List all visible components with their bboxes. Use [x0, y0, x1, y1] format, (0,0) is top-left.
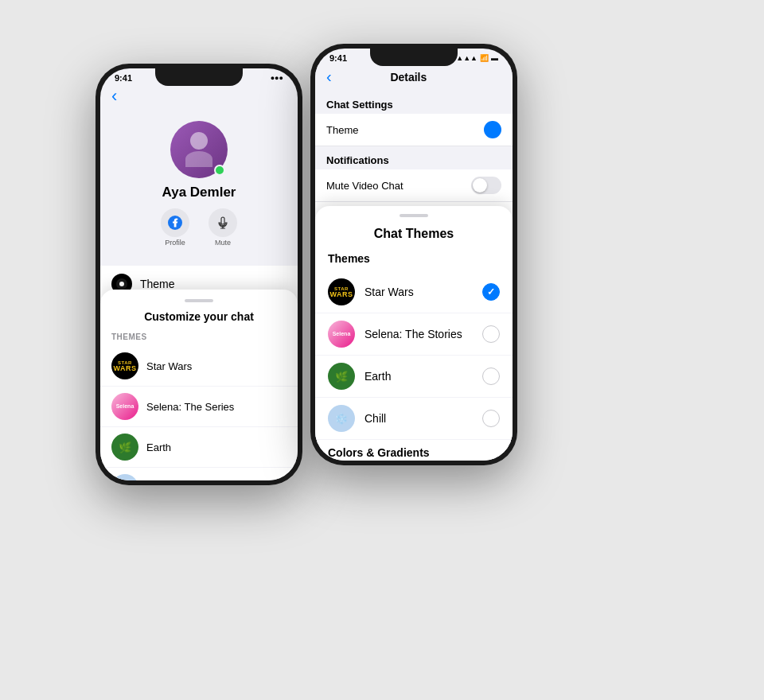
sheet-title-left: Customize your chat [100, 310, 298, 323]
status-icons-left: ●●● [271, 74, 283, 82]
nav-title-right: Details [390, 71, 427, 84]
selena-icon-left: Selena [111, 393, 138, 420]
signal-icon: ●●● [271, 74, 283, 82]
notch-right [370, 49, 458, 66]
profile-label: Profile [165, 239, 185, 247]
profile-action-mute[interactable]: Mute [209, 208, 237, 247]
chat-settings-header: Chat Settings [315, 91, 513, 114]
chat-themes-title: Chat Themes [315, 225, 513, 249]
selena-label-left: Selena: The Series [146, 401, 234, 413]
selena-label-right: Selena: The Stories [364, 328, 473, 340]
mute-video-toggle[interactable] [471, 177, 501, 194]
theme-color-dot [484, 121, 501, 138]
online-indicator [214, 165, 225, 176]
starwars-radio[interactable] [482, 283, 500, 301]
mute-icon [209, 208, 237, 237]
theme-detail-label: Theme [326, 124, 484, 136]
theme-detail-row[interactable]: Theme [315, 114, 513, 146]
back-button-right[interactable]: ‹ [326, 68, 332, 86]
profile-name: Aya Demler [162, 185, 236, 200]
earth-icon-left: 🌿 [111, 434, 138, 461]
scene: 9:41 ●●● ‹ [0, 0, 764, 700]
chill-icon-left: ❄️ [111, 474, 138, 480]
theme-starwars-right[interactable]: STAR WARS Star Wars [315, 271, 513, 313]
sheet-handle-left [185, 299, 213, 302]
right-screen: 9:41 ▲▲▲ 📶 ▬ ‹ Details Chat Settings [315, 49, 513, 461]
notch-left [155, 68, 243, 86]
selena-radio[interactable] [482, 325, 500, 343]
bottom-sheet-left: Customize your chat THEMES STAR WARS Sta… [100, 290, 298, 480]
chill-label-right: Chill [364, 412, 473, 425]
left-phone: 9:41 ●●● ‹ [96, 64, 302, 485]
theme-item-earth-left[interactable]: 🌿 Earth [100, 427, 298, 468]
mute-video-row[interactable]: Mute Video Chat [315, 169, 513, 202]
themes-header-right: Themes [315, 249, 513, 271]
earth-icon-right: 🌿 [328, 363, 355, 390]
theme-selena-right[interactable]: Selena Selena: The Stories [315, 313, 513, 356]
profile-action-profile[interactable]: Profile [161, 208, 189, 247]
signal-bars-icon: ▲▲▲ [456, 54, 477, 62]
earth-label-left: Earth [146, 441, 171, 453]
starwars-icon-left: STAR WARS [111, 352, 138, 379]
bottom-sheet-right: Chat Themes Themes STAR WARS Star Wars [315, 206, 513, 461]
chill-radio[interactable] [482, 410, 500, 427]
themes-section-label-left: THEMES [100, 329, 298, 346]
profile-section: Aya Demler Profile Mute [100, 113, 298, 259]
status-time-left: 9:41 [115, 73, 132, 83]
status-time-right: 9:41 [329, 53, 347, 63]
avatar-wrapper [170, 121, 228, 178]
selena-icon-right: Selena [328, 321, 355, 348]
theme-row-label: Theme [140, 278, 286, 290]
theme-item-chill-left[interactable]: ❄️ Chill [100, 468, 298, 480]
theme-item-selena-left[interactable]: Selena Selena: The Series [100, 387, 298, 427]
nav-bar-right: ‹ Details [315, 64, 513, 91]
facebook-icon [161, 208, 189, 237]
theme-earth-right[interactable]: 🌿 Earth [315, 356, 513, 398]
notifications-header: Notifications [315, 146, 513, 169]
mute-label: Mute [215, 239, 231, 247]
svg-point-4 [119, 282, 124, 286]
starwars-icon-right: STAR WARS [328, 278, 355, 305]
wifi-icon: 📶 [480, 54, 489, 62]
theme-chill-right[interactable]: ❄️ Chill [315, 398, 513, 440]
status-icons-right: ▲▲▲ 📶 ▬ [456, 54, 498, 62]
theme-item-starwars-left[interactable]: STAR WARS Star Wars [100, 346, 298, 387]
earth-radio[interactable] [482, 368, 500, 385]
profile-actions: Profile Mute [161, 208, 237, 247]
mute-video-label: Mute Video Chat [326, 180, 471, 192]
left-screen: 9:41 ●●● ‹ [100, 68, 298, 480]
chill-icon-right: ❄️ [328, 405, 355, 432]
starwars-label-left: Star Wars [146, 360, 192, 372]
battery-icon: ▬ [491, 54, 498, 62]
colors-gradients-label: Colors & Gradients [315, 440, 513, 461]
back-button-left[interactable]: ‹ [100, 84, 298, 113]
sheet-handle-right [400, 214, 428, 217]
starwars-label-right: Star Wars [364, 286, 473, 298]
right-phone: 9:41 ▲▲▲ 📶 ▬ ‹ Details Chat Settings [310, 44, 517, 465]
earth-label-right: Earth [364, 370, 473, 383]
